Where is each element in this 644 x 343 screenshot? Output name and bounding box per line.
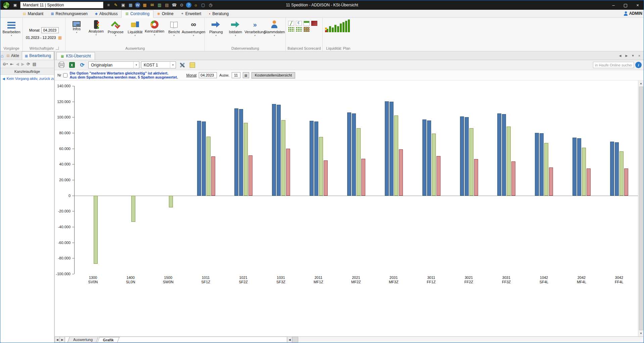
bar-2042-serie3[interactable] xyxy=(582,148,586,195)
ribbon-tab-abschluss[interactable]: ◆Abschluss xyxy=(91,10,121,17)
home-icon[interactable]: ⌂ xyxy=(0,51,4,60)
nr-checkbox[interactable] xyxy=(63,73,67,78)
ribbon-tab-mandant[interactable]: ▤Mandant xyxy=(19,10,47,17)
bar-1011-serie2[interactable] xyxy=(202,121,206,196)
table-100-icon[interactable] xyxy=(304,21,310,26)
menu-collapse-button[interactable]: ⊖▾ xyxy=(3,62,8,66)
bar-1042-serie4[interactable] xyxy=(549,167,553,196)
bar-3042-serie4[interactable] xyxy=(624,168,628,196)
back-button[interactable]: ◀ xyxy=(16,62,19,66)
sheet-scroll-left-button[interactable]: ◀ xyxy=(55,337,60,343)
kost-select[interactable]: KOST 1 ▾ xyxy=(141,61,176,68)
ribbon-tab-online[interactable]: ◉Online xyxy=(153,10,177,17)
bar-1011-serie1[interactable] xyxy=(197,121,201,196)
bar-3011-serie4[interactable] xyxy=(436,156,441,196)
tab-scroll-right-button[interactable]: ▶ xyxy=(624,53,629,58)
bar-3021-serie3[interactable] xyxy=(469,128,473,196)
bar-3031-serie3[interactable] xyxy=(507,127,511,195)
bar-2011-serie2[interactable] xyxy=(314,121,318,196)
close-button[interactable]: × xyxy=(632,0,644,10)
bar-3031-serie2[interactable] xyxy=(502,114,506,196)
idea-icon[interactable]: ☼ xyxy=(193,2,199,8)
ribbon-tab-rechnungswesen[interactable]: ▦Rechnungswesen xyxy=(47,10,91,17)
ribbon-tab-erweitert[interactable]: ✦Erweitert xyxy=(177,10,205,17)
infos-button[interactable]: Infos▾ xyxy=(67,19,86,34)
verarbeitung-button[interactable]: »Verarbeitung▾ xyxy=(245,19,264,37)
haufe-help-button[interactable]: i xyxy=(635,62,642,68)
bar-3031-serie4[interactable] xyxy=(511,161,515,196)
bar-1500-serie3[interactable] xyxy=(169,196,173,207)
word-icon[interactable]: W xyxy=(135,2,140,8)
bar-1021-serie1[interactable] xyxy=(234,108,238,196)
refresh-button[interactable]: ⟳ xyxy=(27,62,30,66)
bar-1031-serie3[interactable] xyxy=(281,120,285,196)
ribbon-tab-beratung[interactable]: ◗Beratung xyxy=(205,10,232,17)
bar-1042-serie2[interactable] xyxy=(540,133,544,196)
stammdaten-button[interactable]: Stammdaten▾ xyxy=(265,19,284,37)
calendar-icon[interactable]: ▦ xyxy=(57,35,62,40)
search-icon[interactable]: ⊙ xyxy=(179,2,185,8)
print-button[interactable] xyxy=(57,61,66,69)
sheet-tab-auswertung[interactable]: Auswertung xyxy=(67,337,99,342)
vertical-scrollbar-thumb[interactable] xyxy=(639,87,643,330)
tab-scroll-left-button[interactable]: ◀ xyxy=(617,53,623,58)
refresh-button[interactable]: ⟳ xyxy=(78,61,87,69)
liquidität-button[interactable]: Liquidität▾ xyxy=(126,19,144,37)
tab-kst-uebersicht[interactable]: ▦ KSt-Übersicht xyxy=(56,52,95,60)
green-grid-icon-2[interactable] xyxy=(296,27,302,32)
bericht-button[interactable]: Bericht▾ xyxy=(165,19,183,37)
bar-3021-serie1[interactable] xyxy=(460,116,464,196)
bar-1042-serie3[interactable] xyxy=(544,143,548,195)
forward-button[interactable]: ▶ xyxy=(21,62,24,66)
archive-icon[interactable]: ▥ xyxy=(156,2,163,8)
bar-1300-serie3[interactable] xyxy=(94,196,98,264)
minimize-button[interactable]: – xyxy=(607,0,619,10)
scroll-down-icon[interactable]: ▼ xyxy=(640,331,642,336)
mail-icon[interactable]: ✉ xyxy=(149,2,155,8)
library-icon[interactable]: ▤ xyxy=(164,2,170,8)
clock-icon[interactable]: ◷ xyxy=(208,2,214,8)
bar-3011-serie2[interactable] xyxy=(427,120,431,196)
horizontal-scrollbar-track[interactable] xyxy=(298,337,644,343)
bar-2031-serie3[interactable] xyxy=(394,115,398,196)
bar-2021-serie3[interactable] xyxy=(357,128,361,196)
bar-1400-serie3[interactable] xyxy=(131,196,135,222)
monat-ribbon-input[interactable] xyxy=(41,27,59,33)
table-icon[interactable]: ▦ xyxy=(142,2,148,8)
table-euro-icon[interactable] xyxy=(296,21,302,26)
notes-button[interactable] xyxy=(188,61,197,69)
bar-2042-serie2[interactable] xyxy=(577,138,581,195)
sidebar-tab-bearbeitung[interactable]: ▦Bearbeitung xyxy=(22,51,54,60)
planung-button[interactable]: Planung▾ xyxy=(206,19,225,37)
bearbeiten-button[interactable]: Bearbeiten ▾ xyxy=(2,19,21,37)
sheet-scroll-right-button[interactable]: ▶ xyxy=(60,337,65,343)
vertical-scrollbar[interactable]: ▲ ▼ xyxy=(638,81,644,336)
bar-1031-serie2[interactable] xyxy=(277,105,281,196)
help-icon[interactable]: ? xyxy=(186,2,191,8)
bar-3042-serie1[interactable] xyxy=(610,142,614,196)
maximize-button[interactable]: ▢ xyxy=(619,0,632,10)
bar-1021-serie3[interactable] xyxy=(244,123,248,196)
horizontal-scrollbar-thumb[interactable] xyxy=(292,337,298,343)
bar-3021-serie2[interactable] xyxy=(465,117,469,195)
sheet-tab-grafik[interactable]: Grafik xyxy=(97,337,120,342)
phone-icon[interactable]: ☎ xyxy=(171,2,177,8)
first-button[interactable]: ⇤ xyxy=(10,62,13,66)
hscroll-left-button[interactable]: ◀ xyxy=(287,337,292,343)
settings-button[interactable] xyxy=(178,61,186,69)
documents-icon[interactable]: ▣ xyxy=(120,2,126,8)
calculator-icon[interactable]: ▦ xyxy=(128,2,134,8)
no-active-process-item[interactable]: ◀ Kein Vorgang aktiv, zurück zu... xyxy=(0,75,54,82)
tab-list-button[interactable]: ▼ xyxy=(630,53,636,58)
horizontal-scrollbar[interactable] xyxy=(292,337,644,343)
bar-1031-serie4[interactable] xyxy=(286,149,290,196)
edit-pen-icon[interactable]: ✎ xyxy=(113,2,119,8)
sidebar-tab-akte[interactable]: ▤Akte xyxy=(4,51,21,60)
list-edit-button[interactable]: ▤ xyxy=(33,62,36,66)
bar-2011-serie3[interactable] xyxy=(319,137,323,196)
monitor-icon[interactable]: ▢ xyxy=(200,2,206,8)
liquiditaet-plan-chart-icon[interactable] xyxy=(324,19,352,34)
cards-icon[interactable] xyxy=(311,21,317,26)
tab-close-button[interactable]: × xyxy=(637,53,642,58)
auswertungen-button[interactable]: ∞Auswertungen▾ xyxy=(184,19,203,37)
